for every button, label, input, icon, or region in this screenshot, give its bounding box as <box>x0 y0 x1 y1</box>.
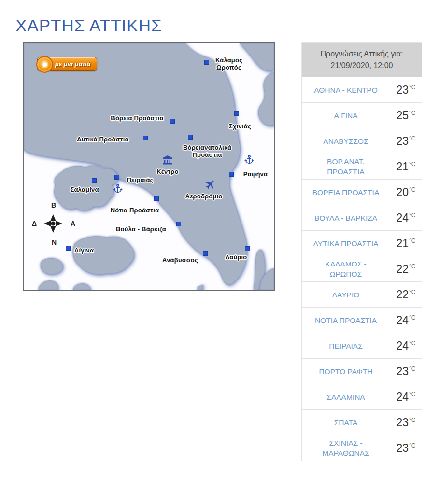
location-marker-dytika-proastia <box>143 136 148 140</box>
anchor-icon <box>243 154 255 166</box>
forecast-temp-unit: °C <box>409 84 415 91</box>
forecast-temp-cell: 24°C <box>390 333 422 358</box>
forecast-location-link[interactable]: ΑΘΗΝΑ - ΚΕΝΤΡΟ <box>302 77 390 102</box>
forecast-location-link[interactable]: ΒΟΥΛΑ - ΒΑΡΚΙΖΑ <box>302 205 390 230</box>
forecast-location-link[interactable]: ΣΑΛΑΜΙΝΑ <box>302 384 390 409</box>
location-marker-schinias <box>234 111 239 116</box>
forecast-temp-unit: °C <box>409 340 415 347</box>
location-marker-peiraias <box>114 175 119 180</box>
forecast-temp-cell: 21°C <box>390 154 422 179</box>
forecast-temp-unit: °C <box>409 238 415 244</box>
forecast-temp-cell: 21°C <box>390 231 422 256</box>
island-right-edge <box>258 72 274 126</box>
map-label-lavrio: Λαύριο <box>225 253 247 261</box>
forecast-temp-cell: 23°C <box>390 359 422 384</box>
forecast-location-link[interactable]: ΒΟΡΕΙΑ ΠΡΟΑΣΤΙΑ <box>302 180 390 205</box>
forecast-location-link[interactable]: ΛΑΥΡΙΟ <box>302 282 390 307</box>
forecast-row: ΑΙΓΙΝΑ 25°C <box>302 102 422 128</box>
location-marker-notia-proastia <box>154 196 159 201</box>
forecast-temp-unit: °C <box>409 391 415 398</box>
forecast-temp-value: 23 <box>396 84 409 97</box>
map-label-notia-proastia: Νότια Προάστια <box>111 207 159 214</box>
forecast-location-link[interactable]: ΑΝΑΒΥΣΣΟΣ <box>302 128 390 154</box>
forecast-location-link[interactable]: ΑΙΓΙΝΑ <box>302 103 390 128</box>
forecast-temp-value: 24 <box>396 314 409 327</box>
map-label-peiraias: Πειραιάς <box>127 176 153 183</box>
forecast-row: ΣΠΑΤΑ 23°C <box>302 409 422 435</box>
forecast-temp-unit: °C <box>409 314 415 321</box>
forecast-temp-unit: °C <box>409 417 415 423</box>
location-marker-rafina <box>229 172 234 177</box>
forecast-location-link[interactable]: ΝΟΤΙΑ ΠΡΟΑΣΤΙΑ <box>302 308 390 333</box>
compass-rose: Β Ν Δ Α <box>31 202 75 245</box>
anchor-icon <box>112 183 124 195</box>
forecast-row: ΣΑΛΑΜΙΝΑ 24°C <box>302 384 422 409</box>
forecast-temp-cell: 23°C <box>390 435 422 461</box>
forecast-temp-cell: 22°C <box>390 256 422 281</box>
at-a-glance-button[interactable]: με μια ματιά <box>37 57 97 71</box>
forecast-temp-value: 24 <box>396 339 409 352</box>
forecast-row: ΝΟΤΙΑ ΠΡΟΑΣΤΙΑ 24°C <box>302 307 422 333</box>
forecast-row: ΑΝΑΒΥΣΣΟΣ 23°C <box>302 128 422 154</box>
map-label-voreianatolika-proastia: Βόρειανατολικά Προάστια <box>183 144 231 158</box>
forecast-temp-cell: 20°C <box>390 180 422 205</box>
forecast-temp-unit: °C <box>409 365 415 372</box>
location-marker-voreia-proastia <box>170 119 175 124</box>
forecast-temp-unit: °C <box>409 135 415 142</box>
forecast-row: ΔΥΤΙΚΑ ΠΡΟΑΣΤΙΑ 21°C <box>302 230 422 256</box>
small-island <box>198 285 203 290</box>
forecast-temp-value: 21 <box>396 237 409 250</box>
forecast-header-title: Προγνώσεις Αττικής για: <box>320 48 403 60</box>
location-marker-lavrio <box>245 246 250 251</box>
forecast-temp-value: 22 <box>396 263 409 276</box>
attica-weather-map: Κάλαμος ΩροπόςΒόρεια ΠροάστιαΣχινιάςΔυτι… <box>23 42 275 291</box>
island-top-right <box>240 43 274 71</box>
location-marker-anavyssos <box>203 251 208 256</box>
mainland-attica <box>24 43 247 285</box>
forecast-location-link[interactable]: ΚΑΛΑΜΟΣ - ΩΡΩΠΟΣ <box>302 256 390 281</box>
forecast-location-link[interactable]: ΠΕΙΡΑΙΑΣ <box>302 333 390 358</box>
forecast-row: ΛΑΥΡΙΟ 22°C <box>302 281 422 307</box>
forecast-temp-unit: °C <box>409 263 415 270</box>
map-label-aerodromio: Αεροδρόμιο <box>185 193 223 200</box>
forecast-temp-unit: °C <box>409 212 415 219</box>
forecast-temp-value: 23 <box>396 442 409 455</box>
forecast-row: ΒΟΥΛΑ - ΒΑΡΚΙΖΑ 24°C <box>302 205 422 230</box>
location-marker-voreianatolika-proastia <box>188 135 193 140</box>
forecast-temp-cell: 22°C <box>390 282 422 307</box>
forecast-temp-value: 24 <box>396 211 409 224</box>
forecast-temp-value: 20 <box>396 186 409 199</box>
forecast-row: ΑΘΗΝΑ - ΚΕΝΤΡΟ 23°C <box>302 77 422 102</box>
compass-north-label: Β <box>51 201 56 209</box>
airplane-icon <box>205 179 216 190</box>
forecast-row: ΒΟΡΕΙΑ ΠΡΟΑΣΤΙΑ 20°C <box>302 179 422 205</box>
small-island <box>41 258 63 274</box>
forecast-temp-value: 24 <box>396 391 409 404</box>
page-title: ΧΑΡΤΗΣ ΑΤΤΙΚΗΣ <box>15 16 162 35</box>
forecast-temp-value: 23 <box>396 135 409 148</box>
forecast-temp-unit: °C <box>409 289 415 295</box>
compass-east-label: Α <box>71 220 75 227</box>
map-label-voreia-proastia: Βόρεια Προάστια <box>111 114 163 122</box>
forecast-temp-value: 23 <box>396 365 409 378</box>
map-label-kalamos-oropos: Κάλαμος Ωροπός <box>215 56 242 71</box>
forecast-temp-value: 21 <box>396 160 409 173</box>
forecast-temp-unit: °C <box>409 442 415 449</box>
forecast-header-datetime: 21/09/2020, 12:00 <box>330 60 393 71</box>
compass-arrows-icon <box>38 208 69 239</box>
forecast-temp-cell: 23°C <box>390 77 422 102</box>
location-marker-voula-varkiza <box>176 222 181 226</box>
forecast-location-link[interactable]: ΣΠΑΤΑ <box>302 410 390 435</box>
forecast-temp-cell: 24°C <box>390 308 422 333</box>
location-marker-kalamos-oropos <box>204 60 209 65</box>
small-island <box>73 284 91 290</box>
forecast-location-link[interactable]: ΠΟΡΤΟ ΡΑΦΤΗ <box>302 359 390 384</box>
forecast-location-link[interactable]: ΔΥΤΙΚΑ ΠΡΟΑΣΤΙΑ <box>302 231 390 256</box>
forecast-temp-cell: 23°C <box>390 128 422 154</box>
forecast-temp-value: 25 <box>396 109 409 122</box>
forecast-temp-unit: °C <box>409 161 415 168</box>
forecast-location-link[interactable]: ΒΟΡ.ΑΝΑΤ. ΠΡΟΑΣΤΙΑ <box>302 154 390 179</box>
location-marker-aigina <box>66 246 71 251</box>
forecast-location-link[interactable]: ΣΧΙΝΙΑΣ - ΜΑΡΑΘΩΝΑΣ <box>302 435 390 461</box>
forecast-temp-cell: 25°C <box>390 103 422 128</box>
